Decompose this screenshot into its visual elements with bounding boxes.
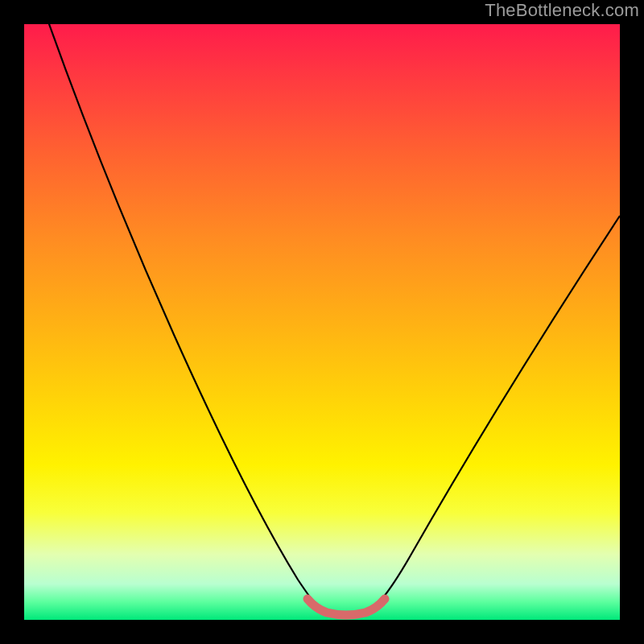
plot-area bbox=[24, 24, 620, 620]
curve-path bbox=[32, 24, 620, 616]
chart-frame: TheBottleneck.com bbox=[0, 0, 644, 644]
bottom-highlight bbox=[308, 599, 385, 615]
watermark-text: TheBottleneck.com bbox=[485, 0, 639, 21]
bottleneck-curve bbox=[24, 24, 620, 620]
